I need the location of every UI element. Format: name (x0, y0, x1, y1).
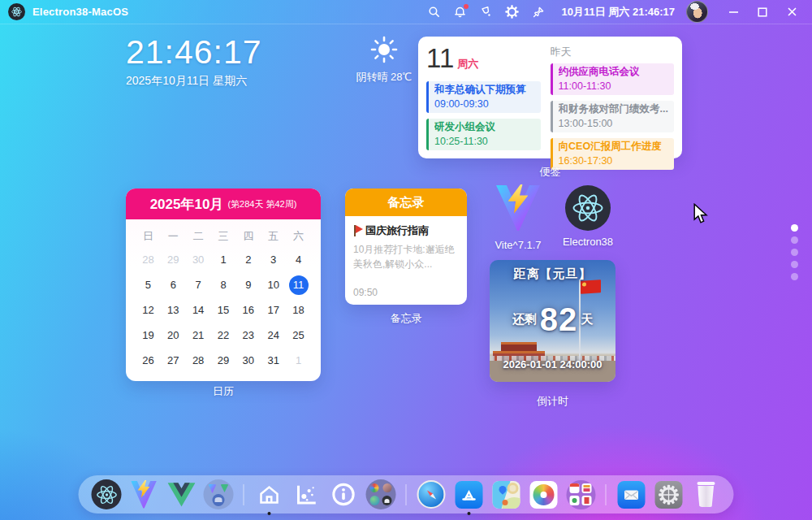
calendar-day[interactable]: 30 (186, 249, 211, 271)
calendar-title: 2025年10月 (150, 195, 224, 214)
calendar-day[interactable]: 1 (211, 249, 236, 271)
dock-separator (606, 484, 607, 505)
calendar-day[interactable]: 4 (286, 249, 311, 271)
weekday-header: 二 (186, 228, 211, 245)
calendar-day[interactable]: 28 (186, 349, 211, 371)
weather-condition: 阴转晴 28℃ (351, 70, 417, 84)
maximize-button[interactable] (750, 2, 775, 22)
close-button[interactable] (780, 2, 804, 22)
countdown-widget[interactable]: 距离【元旦】 还剩 82 天 2026-01-01 24:00:00 (490, 260, 615, 382)
calendar-day[interactable]: 13 (161, 299, 186, 321)
page-dot[interactable] (791, 273, 798, 280)
running-indicator (467, 512, 470, 515)
calendar-day[interactable]: 25 (286, 324, 311, 346)
event-item[interactable]: 和财务核对部门绩效考...13:00-15:00 (551, 101, 674, 132)
calendar-day[interactable]: 17 (261, 299, 286, 321)
dock-mail-icon[interactable] (616, 479, 646, 509)
calendar-day[interactable]: 30 (235, 349, 261, 371)
calendar-day[interactable]: 9 (235, 274, 261, 296)
calendar-day[interactable]: 29 (161, 249, 186, 271)
calendar-day[interactable]: 6 (161, 274, 186, 296)
calendar-day[interactable]: 23 (235, 324, 261, 346)
weekday-header: 四 (235, 228, 261, 245)
sticky-day-number: 11 (426, 43, 454, 73)
weekday-header: 三 (211, 228, 236, 245)
calendar-day-selected[interactable]: 11 (286, 274, 311, 296)
minimize-button[interactable] (721, 2, 745, 22)
dock-home-icon[interactable] (254, 479, 284, 509)
today-events-list: 和李总确认下期预算09:00-09:30研发小组会议10:25-11:30 (426, 81, 541, 150)
dock-dev-group-icon[interactable] (204, 479, 234, 509)
pin-icon[interactable] (528, 2, 549, 22)
memo-time: 09:50 (353, 287, 378, 298)
weekday-header: 五 (261, 228, 286, 245)
memo-widget-label: 备忘录 (345, 311, 467, 326)
notifications-bell-icon[interactable] (450, 2, 471, 22)
dock-web-group-icon[interactable] (366, 479, 396, 509)
calendar-day[interactable]: 26 (136, 349, 161, 371)
calendar-day[interactable]: 10 (261, 274, 286, 296)
dock-chart-icon[interactable] (292, 479, 322, 509)
sticky-note-widget[interactable]: 11周六 和李总确认下期预算09:00-09:30研发小组会议10:25-11:… (418, 37, 682, 158)
dock-safari-icon[interactable] (417, 479, 447, 509)
calendar-subtitle: (第284天 第42周) (227, 198, 296, 210)
electron-icon (565, 185, 611, 231)
electron-app-shortcut[interactable]: Electron38 (553, 185, 623, 248)
settings-gear-icon[interactable] (502, 2, 523, 22)
page-dot[interactable] (791, 249, 798, 256)
memo-title: 国庆旅行指南 (353, 223, 459, 238)
sticky-widget-label: 便签 (418, 165, 682, 180)
calendar-day[interactable]: 12 (136, 299, 161, 321)
calendar-day[interactable]: 5 (136, 274, 161, 296)
calendar-day[interactable]: 19 (136, 324, 161, 346)
running-indicator (267, 512, 270, 515)
event-item[interactable]: 研发小组会议10:25-11:30 (426, 119, 541, 150)
calendar-day[interactable]: 16 (235, 299, 261, 321)
calendar-day[interactable]: 2 (235, 249, 261, 271)
calendar-day[interactable]: 21 (186, 324, 211, 346)
dock-vite-icon[interactable] (129, 479, 159, 509)
calendar-day[interactable]: 8 (211, 274, 236, 296)
theme-bucket-icon[interactable] (476, 2, 497, 22)
search-icon[interactable] (424, 2, 445, 22)
electron-app-label: Electron38 (553, 236, 623, 248)
calendar-day[interactable]: 15 (211, 299, 236, 321)
event-item[interactable]: 和李总确认下期预算09:00-09:30 (426, 81, 541, 113)
dock-widgets-icon[interactable] (566, 479, 596, 509)
dock-app-store-icon[interactable] (454, 479, 484, 509)
user-avatar[interactable] (686, 1, 708, 23)
dock-maps-icon[interactable] (491, 479, 521, 509)
mouse-cursor (692, 203, 710, 228)
red-flag-icon (353, 225, 363, 236)
page-dot[interactable] (791, 224, 798, 232)
memo-widget[interactable]: 备忘录 国庆旅行指南 10月推荐打卡地:邂逅绝美秋色,解锁小众... 09:50 (345, 188, 467, 305)
dock-photos-icon[interactable] (529, 479, 559, 509)
weekday-header: 日 (136, 228, 161, 245)
calendar-day[interactable]: 29 (211, 349, 236, 371)
dock-trash-icon[interactable] (691, 479, 721, 509)
page-dot[interactable] (791, 261, 798, 268)
event-item[interactable]: 约供应商电话会议11:00-11:30 (551, 63, 674, 95)
calendar-day[interactable]: 27 (161, 349, 186, 371)
weekday-header: 一 (161, 228, 186, 245)
calendar-day[interactable]: 1 (286, 349, 311, 371)
dock-separator (406, 484, 407, 505)
dock-settings-icon[interactable] (654, 479, 684, 509)
dock-electron-icon[interactable] (92, 479, 122, 509)
dock-vue-icon[interactable] (166, 479, 197, 509)
calendar-day[interactable]: 22 (211, 324, 236, 346)
calendar-day[interactable]: 31 (261, 349, 286, 371)
calendar-grid: 日一二三四五六282930123456789101112131415161718… (126, 219, 321, 371)
calendar-day[interactable]: 3 (261, 249, 286, 271)
calendar-day[interactable]: 18 (286, 299, 311, 321)
calendar-day[interactable]: 14 (186, 299, 211, 321)
vite-app-shortcut[interactable]: Vite^7.1.7 (483, 185, 553, 251)
calendar-day[interactable]: 7 (186, 274, 211, 296)
memo-header: 备忘录 (345, 188, 467, 216)
calendar-day[interactable]: 28 (136, 249, 161, 271)
calendar-widget[interactable]: 2025年10月 (第284天 第42周) 日一二三四五六28293012345… (126, 188, 321, 381)
calendar-day[interactable]: 20 (161, 324, 186, 346)
dock-info-icon[interactable] (329, 479, 359, 509)
calendar-day[interactable]: 24 (261, 324, 286, 346)
page-dot[interactable] (791, 236, 798, 244)
